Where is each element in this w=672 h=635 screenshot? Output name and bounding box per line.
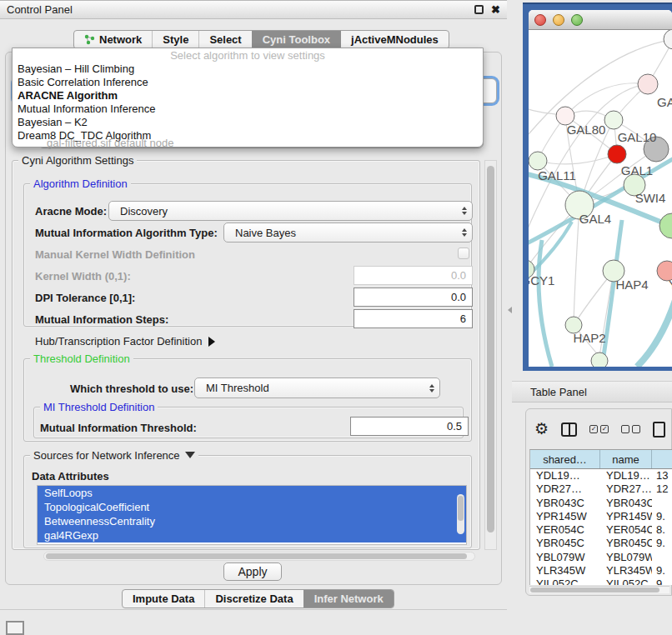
dropdown-item[interactable]: Basic Correlation Inference [13,76,483,89]
aracne-mode-combobox[interactable]: Discovery [108,201,473,221]
node-gal-partial[interactable] [638,74,658,94]
attribute-list-item[interactable]: TopologicalCoefficient [38,500,466,514]
network-window-titlebar[interactable] [529,10,672,30]
zoom-traffic-light[interactable] [571,14,583,26]
floating-panel-icon[interactable] [6,621,24,635]
table-rows: YDL19…YDL19…13YDR27…YDR27…12YBR043CYBR04… [530,469,672,585]
network-edge[interactable] [538,154,617,164]
minimize-traffic-light[interactable] [553,14,564,26]
control-panel-tabbar: Network Style Select Cyni Toolbox jActiv… [73,30,449,49]
node-green-right[interactable] [659,213,672,238]
node-label: Y [669,278,672,292]
tab-cyni-toolbox[interactable]: Cyni Toolbox [252,31,340,48]
mi-algorithm-type-combobox[interactable]: Naive Bayes [223,222,473,242]
dropdown-item[interactable]: ARACNE Algorithm [13,89,483,102]
manual-kernel-checkbox[interactable] [458,248,469,259]
tab-network[interactable]: Network [74,31,152,48]
table-row[interactable]: YBR045CYBR045C9. [530,537,672,550]
table-cell: YER054C [530,523,600,537]
deselect-all-icon[interactable] [621,425,640,433]
table-horizontal-scrollbar-thumb[interactable] [530,588,659,592]
table-cell: YER054C [600,523,652,537]
network-edge[interactable] [565,83,648,116]
node-label: GCY1 [529,273,554,288]
node-unlabeled-top[interactable] [664,30,672,49]
network-graph: GALGAL80GAL10GAL1GAL11SWI4GAL4GCY1HAP4YH… [529,30,672,367]
tab-style[interactable]: Style [152,31,198,48]
kernel-width-field[interactable]: 0.0 [354,266,473,285]
tab-select[interactable]: Select [198,31,251,48]
node-label: SWI4 [635,191,666,205]
divider-grip-icon[interactable] [508,307,512,313]
which-threshold-combobox[interactable]: MI Threshold [194,378,440,398]
table-column-header[interactable]: name [600,450,652,468]
dropdown-item[interactable]: Bayesian – Hill Climbing [13,62,483,76]
node-gal1-red[interactable] [608,145,626,163]
table-row[interactable]: YPR145WYPR145W9. [530,510,672,523]
table-cell: 9. [652,537,672,550]
table-column-header[interactable]: shared… [530,450,600,468]
float-window-icon[interactable] [474,5,484,14]
data-attributes-list[interactable]: SelfLoopsTopologicalCoefficientBetweenne… [37,485,467,545]
node-label: GAL [657,95,672,109]
document-icon[interactable] [653,422,665,438]
node-label: HAP2 [573,331,605,345]
network-table-selector-value: gal-filtered.sif default node [47,137,173,149]
table-column-header[interactable] [652,450,672,468]
attribute-list-item[interactable]: BetweennessCentrality [38,514,466,528]
sources-group-toggle[interactable]: Sources for Network Inference [30,449,198,462]
network-canvas[interactable]: GALGAL80GAL10GAL1GAL11SWI4GAL4GCY1HAP4YH… [529,30,672,367]
node-gal10[interactable] [604,111,623,129]
table-row[interactable]: YDL19…YDL19…13 [530,469,672,482]
close-traffic-light[interactable] [534,14,546,26]
network-view-window[interactable]: GALGAL80GAL10GAL1GAL11SWI4GAL4GCY1HAP4YH… [523,2,672,371]
attribute-list-item[interactable]: gal4RGexp [38,528,466,542]
dropdown-item[interactable]: Bayesian – K2 [13,116,483,129]
select-all-icon[interactable]: ✓✓ [589,425,609,433]
node-table: shared…name YDL19…YDL19…13YDR27…YDR27…12… [529,449,672,585]
table-row[interactable]: YDR27…YDR27…12 [530,482,672,496]
table-cell: YDL19… [600,469,652,482]
algorithm-definition-title: Algorithm Definition [30,178,131,190]
node-bottom-partial[interactable] [591,352,608,367]
mi-threshold-field[interactable]: 0.5 [350,417,469,436]
node-label: GAL10 [618,130,657,144]
split-columns-icon[interactable] [561,422,577,437]
hub-definition-toggle[interactable]: Hub/Transcription Factor Definition [35,335,215,348]
gear-icon[interactable]: ⚙ [534,421,549,438]
table-cell: 9. [652,578,672,585]
node-label: GAL11 [538,168,576,182]
tab-infer-network[interactable]: Infer Network [303,590,394,608]
table-cell: YBL079W [530,551,600,564]
table-cell: 9. [652,564,672,578]
dropdown-item[interactable]: Mutual Information Inference [13,102,483,116]
mi-steps-field[interactable]: 6 [354,309,473,328]
tab-discretize-data[interactable]: Discretize Data [204,590,303,608]
table-cell: YDR27… [530,482,600,496]
settings-group-title: Cyni Algorithm Settings [18,154,137,167]
table-row[interactable]: YER054CYER054C8. [530,523,672,537]
settings-vertical-scrollbar-thumb[interactable] [487,166,494,532]
close-icon[interactable]: ✖ [491,5,500,14]
settings-horizontal-scrollbar[interactable] [43,552,475,561]
dpi-tolerance-field[interactable]: 0.0 [354,288,473,307]
table-cell: YBR045C [600,537,652,550]
tab-impute-data[interactable]: Impute Data [123,590,204,608]
aracne-mode-label: Aracne Mode: [35,205,107,218]
table-row[interactable]: YBR043CYBR043C [530,497,672,510]
bottom-tabbar: Impute Data Discretize Data Infer Networ… [122,589,394,608]
tab-jactivemnodules[interactable]: jActiveMNodules [340,31,449,48]
attribute-list-item[interactable]: SelfLoops [38,486,466,500]
attribute-list-scrollbar[interactable] [457,494,464,534]
table-row[interactable]: YLR345WYLR345W9. [530,564,672,578]
settings-horizontal-scrollbar-thumb[interactable] [46,553,467,559]
table-row[interactable]: YIL052CYIL052C9. [530,578,672,585]
apply-button[interactable]: Apply [223,562,282,581]
table-row[interactable]: YBL079WYBL079W [530,551,672,564]
panel-divider [0,609,507,610]
node-gal11[interactable] [529,152,547,170]
settings-vertical-scrollbar[interactable] [484,160,497,550]
table-panel-title: Table Panel [530,386,587,398]
table-horizontal-scrollbar[interactable] [529,586,669,593]
network-edge[interactable] [637,295,672,367]
